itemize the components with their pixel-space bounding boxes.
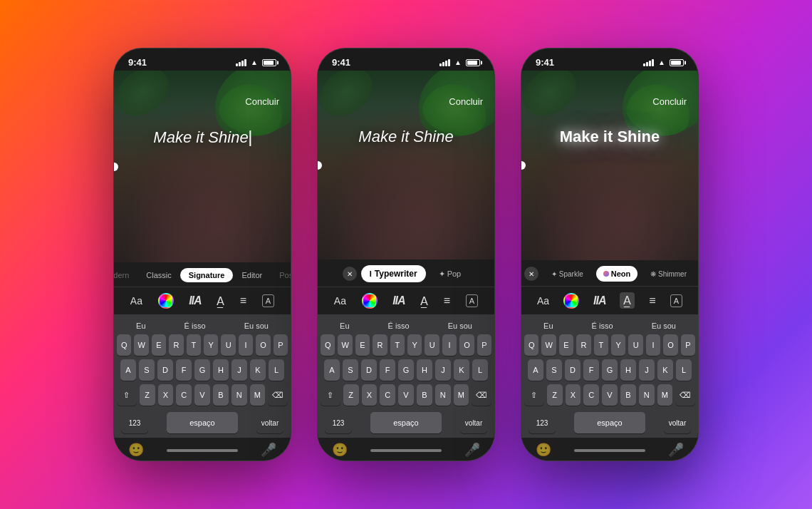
key-p2[interactable]: P: [477, 334, 491, 356]
key-q3[interactable]: Q: [524, 334, 538, 356]
key-s3[interactable]: S: [546, 359, 562, 381]
key-123c[interactable]: 123: [529, 412, 556, 433]
color-wheel-1[interactable]: [158, 293, 174, 309]
key-z2[interactable]: Z: [343, 384, 359, 406]
key-shift2[interactable]: ⇧: [321, 384, 340, 406]
key-v[interactable]: V: [194, 384, 210, 406]
color-wheel-3[interactable]: [563, 293, 579, 309]
key-a[interactable]: A: [120, 359, 136, 381]
key-v3[interactable]: V: [602, 384, 618, 406]
key-space2[interactable]: espaço: [370, 412, 442, 433]
key-c2[interactable]: C: [380, 384, 395, 406]
key-b3[interactable]: B: [620, 384, 636, 406]
text-effect-icon-2[interactable]: A̲: [420, 294, 428, 308]
key-h[interactable]: H: [213, 359, 229, 381]
close-font-button-3[interactable]: ✕: [524, 267, 538, 281]
key-123b[interactable]: 123: [325, 412, 352, 433]
key-l[interactable]: L: [269, 359, 284, 381]
suggestion-7[interactable]: Eu: [543, 322, 553, 330]
key-u[interactable]: U: [221, 334, 235, 356]
text-effect-icon-3[interactable]: A̲: [620, 292, 635, 309]
key-t3[interactable]: T: [594, 334, 608, 356]
close-font-button-2[interactable]: ✕: [343, 267, 357, 281]
emoji-icon-3[interactable]: 🙂: [536, 442, 551, 458]
key-w3[interactable]: W: [541, 334, 556, 356]
key-j2[interactable]: J: [435, 359, 451, 381]
align-icon-2[interactable]: ≡: [444, 294, 450, 307]
suggestion-2[interactable]: É isso: [184, 322, 206, 330]
font-style-icon-1[interactable]: IIA: [189, 294, 201, 307]
key-b[interactable]: B: [213, 384, 229, 406]
key-h3[interactable]: H: [620, 359, 636, 381]
key-y3[interactable]: Y: [611, 334, 625, 356]
key-f[interactable]: F: [176, 359, 192, 381]
key-w[interactable]: W: [134, 334, 148, 356]
key-e2[interactable]: E: [355, 334, 370, 356]
key-g3[interactable]: G: [602, 359, 618, 381]
font-option-editor[interactable]: Editor: [233, 268, 271, 282]
key-a3[interactable]: A: [528, 359, 543, 381]
font-style-icon-3[interactable]: IIA: [593, 294, 605, 307]
key-space3[interactable]: espaço: [574, 412, 645, 433]
key-n3[interactable]: N: [639, 384, 655, 406]
text-box-icon-1[interactable]: A: [262, 294, 274, 307]
key-p3[interactable]: P: [681, 334, 695, 356]
key-w2[interactable]: W: [338, 334, 352, 356]
key-s2[interactable]: S: [343, 359, 358, 381]
font-option-classic[interactable]: Classic: [137, 268, 179, 282]
typewriter-option[interactable]: I Typewriter: [361, 265, 426, 282]
text-effect-icon-1[interactable]: A̲: [217, 294, 224, 308]
key-e3[interactable]: E: [559, 334, 573, 356]
align-icon-3[interactable]: ≡: [649, 294, 655, 307]
key-s[interactable]: S: [139, 359, 155, 381]
key-j[interactable]: J: [231, 359, 247, 381]
key-r[interactable]: R: [169, 334, 183, 356]
suggestion-5[interactable]: É isso: [388, 322, 410, 330]
key-x2[interactable]: X: [362, 384, 378, 406]
key-h2[interactable]: H: [417, 359, 432, 381]
key-z3[interactable]: Z: [547, 384, 563, 406]
concluir-button-3[interactable]: Concluir: [652, 96, 687, 107]
pop-option[interactable]: ✦ Pop: [430, 267, 470, 282]
key-k[interactable]: K: [250, 359, 266, 381]
key-voltar[interactable]: voltar: [256, 412, 283, 433]
key-q2[interactable]: Q: [321, 334, 335, 356]
font-option-signature[interactable]: Signature: [180, 268, 234, 282]
sparkle-option[interactable]: ✦ Sparkle: [543, 267, 592, 281]
key-shift3[interactable]: ⇧: [524, 384, 544, 406]
key-123[interactable]: 123: [121, 412, 148, 433]
key-shift[interactable]: ⇧: [117, 384, 137, 406]
key-backspace3[interactable]: ⌫: [675, 384, 695, 406]
color-wheel-2[interactable]: [362, 293, 378, 309]
key-k3[interactable]: K: [657, 359, 673, 381]
key-m[interactable]: M: [250, 384, 266, 406]
font-option-modern[interactable]: Modern: [114, 268, 137, 282]
concluir-button-1[interactable]: Concluir: [245, 96, 279, 107]
key-b2[interactable]: B: [417, 384, 432, 406]
mic-icon-2[interactable]: 🎤: [464, 442, 480, 458]
key-u3[interactable]: U: [628, 334, 642, 356]
emoji-icon-2[interactable]: 🙂: [332, 442, 348, 458]
neon-option[interactable]: Neon: [596, 266, 638, 282]
key-t2[interactable]: T: [390, 334, 405, 356]
concluir-button-2[interactable]: Concluir: [449, 96, 483, 107]
key-d[interactable]: D: [157, 359, 173, 381]
key-c[interactable]: C: [176, 384, 192, 406]
text-box-icon-3[interactable]: A: [670, 294, 682, 307]
key-x3[interactable]: X: [566, 384, 581, 406]
key-e[interactable]: E: [152, 334, 166, 356]
key-l3[interactable]: L: [676, 359, 692, 381]
text-box-icon-2[interactable]: A: [466, 294, 478, 307]
key-x[interactable]: X: [158, 384, 174, 406]
key-m3[interactable]: M: [657, 384, 673, 406]
suggestion-6[interactable]: Eu sou: [448, 322, 472, 330]
key-z[interactable]: Z: [140, 384, 155, 406]
key-l2[interactable]: L: [472, 359, 488, 381]
mic-icon-1[interactable]: 🎤: [261, 442, 276, 458]
key-voltar3[interactable]: voltar: [664, 412, 691, 433]
key-y2[interactable]: Y: [407, 334, 422, 356]
font-size-icon-3[interactable]: Aa: [537, 295, 549, 307]
key-r3[interactable]: R: [576, 334, 590, 356]
key-j3[interactable]: J: [639, 359, 655, 381]
mic-icon-3[interactable]: 🎤: [668, 442, 684, 458]
